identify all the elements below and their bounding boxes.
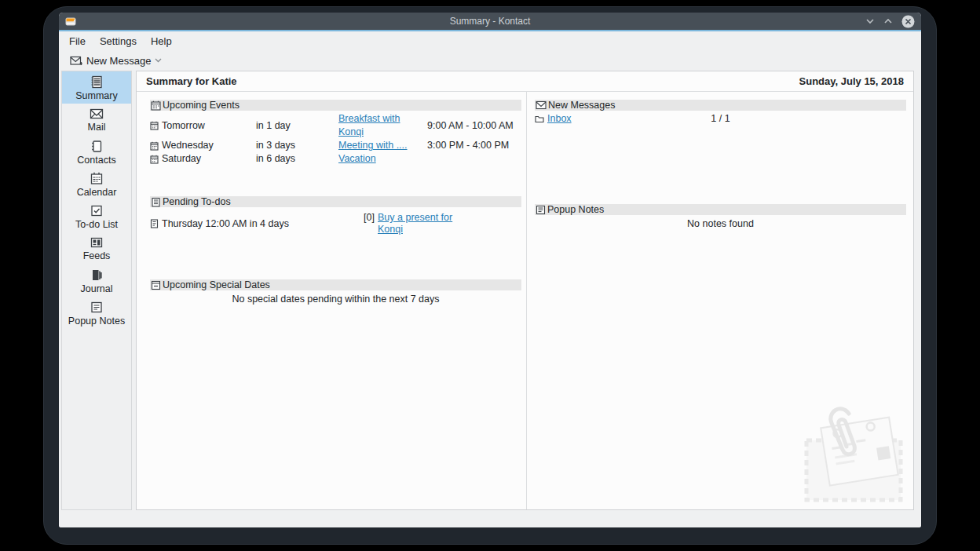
event-time: 9:00 AM - 10:00 AM	[427, 119, 521, 133]
contacts-icon	[89, 139, 104, 154]
todo-link[interactable]: Buy a present for Konqi	[378, 212, 472, 235]
popup-notes-empty-text: No notes found	[535, 218, 906, 229]
sidebar-label: Feeds	[83, 250, 111, 261]
sidebar: Summary Mail	[61, 71, 132, 510]
maximize-icon[interactable]	[883, 18, 893, 24]
event-relative: in 1 day	[256, 119, 338, 133]
event-relative: in 3 days	[256, 139, 338, 152]
event-time: 3:00 PM - 4:00 PM	[427, 139, 521, 152]
sidebar-label: Summary	[75, 90, 117, 101]
event-link[interactable]: Vacation	[338, 152, 427, 166]
page-title: Summary for Katie	[146, 75, 237, 87]
event-day: Wednesday	[162, 139, 214, 152]
right-column: New Messages Inbox 1 / 1	[527, 92, 913, 509]
feeds-icon	[89, 235, 104, 250]
upcoming-events-table: Tomorrow in 1 day Breakfast with Konqi 9…	[150, 112, 521, 166]
new-message-envelope-icon	[70, 56, 82, 66]
minimize-icon[interactable]	[865, 18, 875, 24]
sidebar-label: Journal	[81, 283, 113, 294]
todo-when-text: Thursday 12:00 AM in 4 days	[162, 218, 289, 230]
journal-icon	[89, 268, 104, 283]
menu-help[interactable]: Help	[144, 34, 179, 49]
titlebar[interactable]: Summary - Kontact	[59, 13, 921, 30]
sidebar-label: Popup Notes	[68, 316, 125, 327]
todo-item-icon	[150, 219, 159, 228]
todo-list-icon	[89, 203, 104, 218]
sidebar-item-contacts[interactable]: Contacts	[62, 136, 131, 168]
summary-header: Summary for Katie Sunday, July 15, 2018	[137, 71, 913, 92]
sidebar-item-calendar[interactable]: Calendar	[62, 168, 131, 200]
summary-icon	[89, 75, 104, 89]
event-day: Tomorrow	[162, 119, 205, 133]
menu-settings[interactable]: Settings	[93, 34, 144, 49]
window-controls	[865, 15, 915, 28]
header-date: Sunday, July 15, 2018	[799, 75, 904, 87]
window-title: Summary - Kontact	[59, 16, 921, 27]
special-dates-empty-text: No special dates pending within the next…	[150, 294, 521, 305]
summary-panel: Summary for Katie Sunday, July 15, 2018	[136, 71, 914, 510]
section-pending-todos: Pending To-dos	[150, 196, 521, 207]
sidebar-item-popup-notes[interactable]: Popup Notes	[62, 297, 131, 329]
section-title: New Messages	[548, 100, 615, 111]
main-area: Summary Mail	[59, 71, 921, 510]
event-row: Saturday in 6 days Vacation	[150, 152, 521, 166]
sidebar-label: Calendar	[77, 187, 117, 198]
new-message-caret-icon	[155, 58, 162, 63]
event-calendar-icon	[150, 141, 159, 151]
mail-icon	[89, 107, 104, 121]
kontact-watermark-logo	[800, 400, 910, 506]
notes-section-icon	[536, 205, 546, 215]
event-row: Tomorrow in 1 day Breakfast with Konqi 9…	[150, 112, 521, 139]
event-calendar-icon	[150, 155, 159, 164]
sidebar-label: To-do List	[75, 219, 118, 230]
calendar-icon	[89, 171, 104, 186]
sidebar-item-summary[interactable]: Summary	[62, 71, 131, 104]
event-link[interactable]: Breakfast with Konqi	[338, 112, 427, 139]
sidebar-item-mail[interactable]: Mail	[62, 104, 131, 136]
section-title: Upcoming Events	[163, 100, 240, 111]
event-link[interactable]: Meeting with ....	[338, 139, 427, 152]
sidebar-item-journal[interactable]: Journal	[62, 265, 131, 297]
section-new-messages: New Messages	[535, 100, 906, 111]
toolbar: New Message	[59, 50, 921, 71]
sidebar-item-feeds[interactable]: Feeds	[62, 232, 131, 265]
events-calendar-icon	[151, 100, 161, 111]
summary-columns: Upcoming Events Tomorrow in 1 d	[137, 92, 913, 509]
sidebar-label: Contacts	[77, 155, 115, 166]
sidebar-label: Mail	[88, 122, 106, 133]
left-column: Upcoming Events Tomorrow in 1 d	[137, 92, 526, 509]
new-message-button[interactable]: New Message	[67, 53, 165, 68]
event-day: Saturday	[162, 152, 201, 166]
section-title: Pending To-dos	[163, 196, 231, 207]
todos-list-icon	[151, 197, 161, 207]
section-title: Upcoming Special Dates	[163, 279, 270, 290]
event-row: Wednesday in 3 days Meeting with .... 3:…	[150, 139, 521, 152]
event-relative: in 6 days	[256, 152, 338, 166]
kontact-window: Summary - Kontact File Settin	[59, 13, 921, 527]
todo-row: Thursday 12:00 AM in 4 days [0] Buy a pr…	[150, 212, 521, 235]
screenshot-stage: Summary - Kontact File Settin	[0, 0, 980, 551]
new-message-label: New Message	[86, 55, 151, 67]
section-upcoming-events: Upcoming Events	[150, 100, 521, 111]
messages-envelope-icon	[536, 100, 547, 110]
message-folder-row: Inbox 1 / 1	[535, 112, 906, 126]
message-count: 1 / 1	[535, 112, 906, 126]
sidebar-item-todo[interactable]: To-do List	[62, 200, 131, 232]
close-icon[interactable]	[901, 15, 915, 28]
menubar: File Settings Help	[59, 31, 921, 50]
statusbar	[59, 510, 921, 527]
event-calendar-icon	[150, 121, 159, 130]
menu-file[interactable]: File	[62, 34, 93, 49]
special-dates-icon	[151, 280, 161, 290]
popup-notes-icon	[89, 300, 104, 315]
todo-priority: [0]	[364, 212, 378, 235]
section-title: Popup Notes	[547, 204, 604, 215]
section-special-dates: Upcoming Special Dates	[150, 279, 521, 290]
section-popup-notes: Popup Notes	[535, 204, 906, 215]
